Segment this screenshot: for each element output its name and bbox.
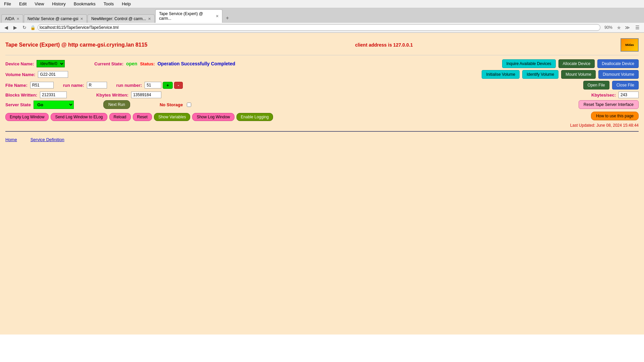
menu-bar: File Edit View History Bookmarks Tools H… [0,0,644,8]
bookmark-star[interactable]: ★ [616,24,621,31]
file-name-input[interactable] [30,82,54,88]
footer-links: Home Service Definition [5,135,639,144]
next-run-button[interactable]: Next Run [103,100,130,109]
top-buttons: Inquire Available Devices Allocate Devic… [502,59,639,68]
run-number-minus-button[interactable]: - [174,82,183,89]
client-address: client address is 127.0.0.1 [355,42,413,48]
initialise-volume-button[interactable]: Initialise Volume [482,70,520,79]
reset-button[interactable]: Reset [133,113,152,121]
kbytes-written-input[interactable] [131,92,161,98]
show-log-window-button[interactable]: Show Log Window [192,113,234,121]
tab-newmerger[interactable]: NewMerger: Control @ carm... ✕ [88,14,155,23]
extensions-button[interactable]: ≫ [623,24,632,31]
inquire-devices-button[interactable]: Inquire Available Devices [502,59,556,68]
last-updated: Last Updated: June 08, 2024 15:48:44 [5,123,639,128]
run-name-label: run name: [63,83,84,88]
address-input[interactable] [38,24,600,31]
empty-log-button[interactable]: Empty Log Window [5,113,49,121]
allocate-device-button[interactable]: Allocate Device [558,59,595,68]
tab-aida-close[interactable]: ✕ [16,17,19,21]
open-file-button[interactable]: Open File [583,81,609,89]
kbytes-written-label: Kbytes Written: [96,93,128,98]
tab-bar: AIDA ✕ NetVar Service @ carme-gsi ✕ NewM… [0,8,644,23]
current-state-value: open [126,61,137,66]
file-name-label: File Name: [5,83,28,88]
tab-netvar-label: NetVar Service @ carme-gsi [28,16,78,21]
run-number-plus-button[interactable]: + [163,82,173,89]
volume-name-input[interactable] [38,71,68,78]
logo-box: Midas [621,38,639,52]
dismount-volume-button[interactable]: Dismount Volume [598,70,639,79]
tab-newmerger-label: NewMerger: Control @ carm... [91,16,146,21]
lock-icon: 🔒 [30,25,36,30]
reload-button[interactable]: Reload [109,113,131,121]
server-state-label: Server State [5,102,31,107]
identify-volume-button[interactable]: Identify Volume [522,70,558,79]
bottom-toolbar-row: Empty Log Window Send Log Window to ELog… [5,111,639,121]
separator [5,131,639,132]
zoom-level: 90% [602,24,614,31]
bottom-toolbar: Empty Log Window Send Log Window to ELog… [5,113,273,121]
address-bar: ◀ ▶ ↻ 🔒 90% ★ ≫ ☰ [0,23,644,33]
tab-newmerger-close[interactable]: ✕ [148,17,151,21]
tab-netvar[interactable]: NetVar Service @ carme-gsi ✕ [24,14,87,23]
reload-nav-button[interactable]: ↻ [21,24,28,31]
tab-tapeservice-close[interactable]: ✕ [216,14,219,18]
file-row: File Name: run name: run number: + - Ope… [5,81,639,89]
run-number-label: run number: [116,83,142,88]
kbytes-sec-input[interactable] [619,92,639,98]
volume-row: Volume Name: Initialise Volume Identify … [5,70,639,79]
midas-logo: Midas [621,38,639,52]
enable-logging-button[interactable]: Enable Logging [236,113,273,121]
page-header: Tape Service (Expert) @ http carme-gsi.c… [5,36,639,55]
volume-name-label: Volume Name: [5,72,35,77]
menu-edit[interactable]: Edit [18,1,28,7]
service-definition-link[interactable]: Service Definition [31,137,64,142]
run-number-group: + - [145,82,183,89]
forward-button[interactable]: ▶ [12,24,19,31]
menu-view[interactable]: View [33,1,45,7]
kbytes-sec-label: Kbytes/sec: [591,93,616,98]
status-label: Status: [140,61,155,66]
current-state-label: Current State: [94,61,123,66]
no-storage-checkbox[interactable] [187,103,191,107]
menu-tools[interactable]: Tools [102,1,115,7]
menu-help[interactable]: Help [120,1,132,7]
tab-tapeservice-label: Tape Service (Expert) @ carm... [159,11,214,21]
menu-bookmarks[interactable]: Bookmarks [72,1,97,7]
tab-aida[interactable]: AIDA ✕ [1,14,23,23]
reset-tape-button[interactable]: Reset Tape Server Interface [579,100,639,109]
device-row: Device Name: /dev/file/0 /dev/file/1 Cur… [5,59,639,68]
blocks-row: Blocks Written: Kbytes Written: Kbytes/s… [5,92,639,98]
tab-add-button[interactable]: + [223,13,231,23]
page-title: Tape Service (Expert) @ http carme-gsi.c… [5,42,147,48]
device-name-label: Device Name: [5,61,34,66]
browser-menu-button[interactable]: ☰ [634,24,641,31]
menu-file[interactable]: File [3,1,12,7]
volume-buttons: Initialise Volume Identify Volume Mount … [482,70,639,79]
run-name-input[interactable] [87,82,107,88]
tab-aida-label: AIDA [5,16,14,21]
menu-history[interactable]: History [51,1,67,7]
tab-netvar-close[interactable]: ✕ [80,17,83,21]
run-number-input[interactable] [145,82,161,88]
close-file-button[interactable]: Close File [612,81,639,89]
page-content: Tape Service (Expert) @ http carme-gsi.c… [0,33,644,335]
server-state-row: Server State Go Stop Next Run No Storage… [5,100,639,109]
blocks-written-input[interactable] [40,92,67,98]
send-log-button[interactable]: Send Log Window to ELog [51,113,107,121]
file-buttons: Open File Close File [583,81,639,89]
show-variables-button[interactable]: Show Variables [154,113,191,121]
blocks-written-label: Blocks Written: [5,93,37,98]
back-button[interactable]: ◀ [3,24,10,31]
tab-tapeservice[interactable]: Tape Service (Expert) @ carm... ✕ [155,9,222,23]
how-to-use-container: How to use this page [591,112,639,120]
how-to-use-button[interactable]: How to use this page [591,112,639,120]
deallocate-device-button[interactable]: Deallocate Device [597,59,639,68]
home-link[interactable]: Home [5,137,17,142]
no-storage-label: No Storage [160,102,183,107]
mount-volume-button[interactable]: Mount Volume [561,70,596,79]
server-state-select[interactable]: Go Stop [34,101,74,109]
status-value: Operation Successfully Completed [157,61,235,66]
device-name-select[interactable]: /dev/file/0 /dev/file/1 [37,60,65,67]
